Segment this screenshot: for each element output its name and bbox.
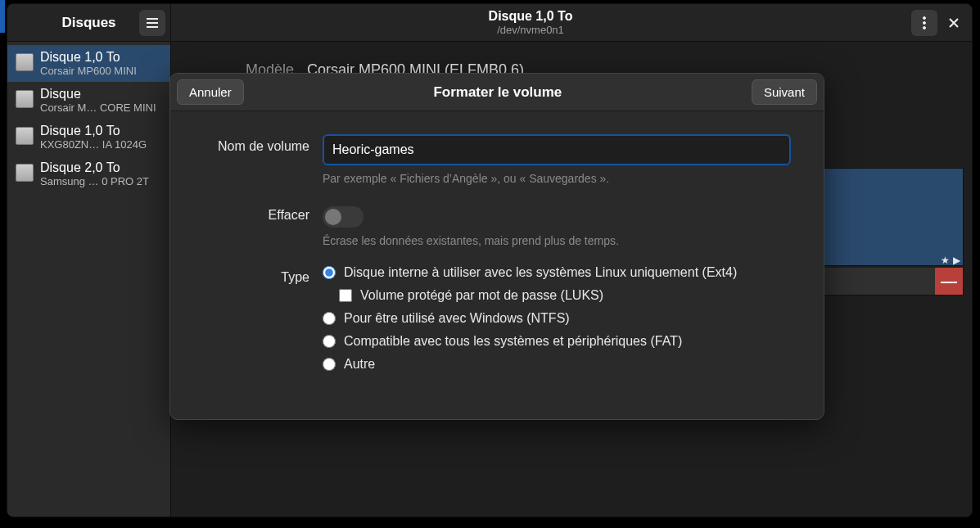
sidebar-item-text: Disque 1,0 To KXG80ZN… IA 1024G [40,124,147,151]
sidebar-item-subtitle: KXG80ZN… IA 1024G [40,138,147,151]
type-option-label: Pour être utilisé avec Windows (NTFS) [344,311,570,326]
volume-name-label: Nom de volume [203,134,309,154]
sidebar-disk-item[interactable]: Disque 1,0 To KXG80ZN… IA 1024G [7,119,170,156]
app-title: Disques [61,15,115,31]
minus-icon: — [941,272,957,291]
hamburger-icon [146,17,159,29]
type-option-ntfs[interactable]: Pour être utilisé avec Windows (NTFS) [323,311,791,326]
close-icon [949,18,959,28]
star-icon: ★ [941,255,950,266]
close-window-button[interactable] [941,10,967,36]
sidebar-item-title: Disque [40,87,156,102]
svg-point-5 [924,26,926,29]
type-checkbox-luks[interactable] [339,289,352,302]
erase-switch[interactable] [323,206,364,228]
play-icon: ▶ [953,255,960,266]
dialog-title: Formater le volume [433,84,562,101]
sidebar-item-title: Disque 1,0 To [40,50,137,65]
kebab-icon [923,16,926,29]
type-option-label: Volume protégé par mot de passe (LUKS) [360,288,603,303]
sidebar-item-subtitle: Corsair M… CORE MINI [40,102,156,114]
volume-name-hint: Par exemple « Fichiers d’Angèle », ou « … [323,172,791,185]
type-option-label: Compatible avec tous les systèmes et pér… [344,334,682,349]
erase-label: Effacer [203,203,309,223]
drive-icon [16,53,34,71]
format-volume-dialog: Annuler Formater le volume Suivant Nom d… [169,73,824,420]
sidebar-disk-item[interactable]: Disque 2,0 To Samsung … 0 PRO 2T [7,156,170,192]
disk-title: Disque 1,0 To [489,9,573,24]
sidebar-item-title: Disque 2,0 To [40,160,149,175]
dialog-header: Annuler Formater le volume Suivant [170,74,824,111]
type-option-luks[interactable]: Volume protégé par mot de passe (LUKS) [339,288,791,303]
type-option-ext4[interactable]: Disque interne à utiliser avec les systè… [323,265,791,280]
sidebar-item-title: Disque 1,0 To [40,124,147,138]
type-radio-fat[interactable] [323,335,336,348]
drive-icon [16,164,34,182]
headerbar-left: Disques [7,4,171,41]
headerbar-center: Disque 1,0 To /dev/nvme0n1 [171,4,890,41]
sidebar-item-subtitle: Corsair MP600 MINI [40,65,137,77]
cancel-button[interactable]: Annuler [177,79,244,105]
type-option-label: Disque interne à utiliser avec les systè… [344,265,737,280]
sidebar: Disque 1,0 To Corsair MP600 MINI Disque … [7,42,171,517]
erase-hint: Écrase les données existantes, mais pren… [323,234,791,247]
sidebar-item-text: Disque 1,0 To Corsair MP600 MINI [40,50,137,77]
type-radio-ntfs[interactable] [323,312,336,325]
volume-strip-icons: ★ ▶ [941,255,960,266]
volume-name-input[interactable] [323,134,791,165]
svg-point-4 [924,21,926,24]
type-row: Type Disque interne à utiliser avec les … [203,265,791,380]
window-accent-strip [0,0,5,33]
dialog-body: Nom de volume Par exemple « Fichiers d’A… [170,111,824,419]
type-option-fat[interactable]: Compatible avec tous les systèmes et pér… [323,334,791,349]
sidebar-disk-item[interactable]: Disque Corsair M… CORE MINI [7,82,170,119]
disk-menu-button[interactable] [911,10,937,36]
type-radio-ext4[interactable] [323,266,336,279]
headerbar-right [890,4,972,41]
type-option-label: Autre [344,357,375,372]
sidebar-item-text: Disque 2,0 To Samsung … 0 PRO 2T [40,160,149,187]
sidebar-item-subtitle: Samsung … 0 PRO 2T [40,175,149,187]
disk-subtitle: /dev/nvme0n1 [497,24,564,36]
next-button[interactable]: Suivant [752,79,817,105]
type-radio-other[interactable] [323,358,336,371]
headerbar: Disques Disque 1,0 To /dev/nvme0n1 [7,4,972,42]
drive-icon [16,90,34,108]
svg-point-3 [924,16,926,19]
remove-partition-button[interactable]: — [935,268,963,295]
sidebar-disk-item[interactable]: Disque 1,0 To Corsair MP600 MINI [7,45,170,82]
sidebar-item-text: Disque Corsair M… CORE MINI [40,87,156,114]
type-label: Type [203,265,309,285]
type-option-other[interactable]: Autre [323,357,791,372]
hamburger-menu-button[interactable] [139,10,165,36]
erase-row: Effacer Écrase les données existantes, m… [203,203,791,259]
volume-name-row: Nom de volume Par exemple « Fichiers d’A… [203,134,791,196]
main-window: Disques Disque 1,0 To /dev/nvme0n1 Disqu… [7,3,973,517]
drive-icon [16,127,34,145]
